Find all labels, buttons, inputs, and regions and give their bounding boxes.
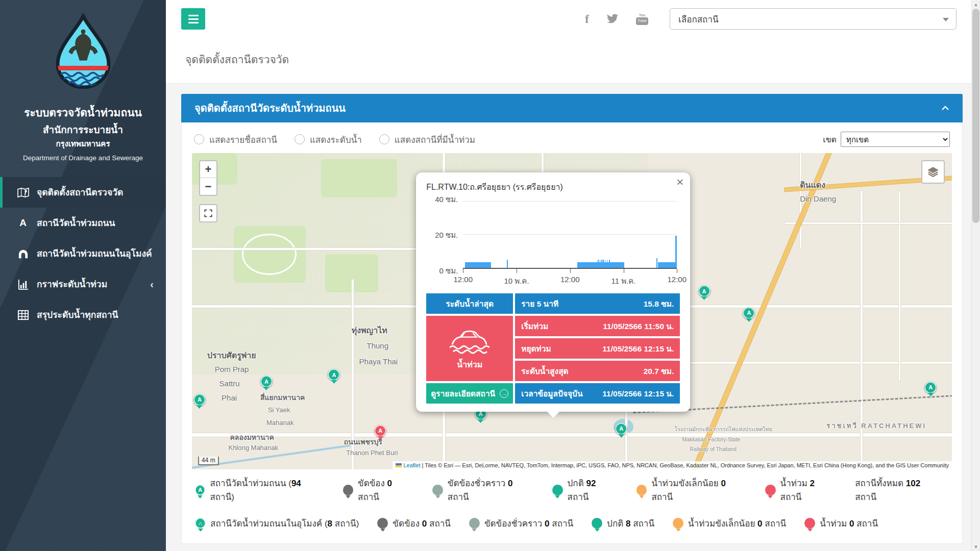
tunnel-icon [15,248,31,260]
sidebar-item[interactable]: สรุประดับน้ำทุกสถานี [0,299,166,330]
legend-item-label: น้ำท่วม 0 สถานี [820,516,878,530]
sidebar-item[interactable]: Aสถานีวัดน้ำท่วมถนน [0,208,166,238]
legend-item-label: น้ำท่วม 2 สถานี [780,476,837,504]
scrollbar-up-arrow[interactable]: ▲ [972,0,980,9]
chart-plot-area [463,202,677,269]
chart-bar [675,236,677,268]
chart-bar [600,260,601,268]
page-heading: จุดติดตั้งสถานีตรวจวัด [166,38,980,84]
popup-row-value: 11/05/2566 11:50 น. [603,320,674,333]
scrollbar-thumb[interactable] [972,9,979,223]
station-marker-red[interactable]: A [375,425,386,437]
radio-option[interactable]: แสดงระดับน้ำ [295,133,362,146]
popup-row-label: หยุดท่วม [521,342,551,355]
popup-data-table: ระดับน้ำล่าสุด น้ำท่วม ดูรายละเอียด [426,293,680,404]
legend-item: น้ำท่วม 2 สถานี [765,476,837,504]
map-park [321,159,397,197]
map[interactable]: ดินแดงDin Daengทุ่งพญาไทThungPhaya Thaiป… [192,153,952,469]
station-marker-green[interactable]: A [328,369,340,381]
legend-item-label: น้ำท่วมขังเล็กน้อย 0 สถานี [651,476,747,504]
station-popup: × FL.RTW.10:ถ.ศรีอยุธยา (รร.ศรีอยุธยา) 0… [416,172,690,412]
legend-pin-icon: A [195,485,205,495]
station-marker-green[interactable]: A [698,285,710,297]
zoom-out-button[interactable]: − [200,178,216,195]
app-subtitle-th: สำนักการระบายน้ำ [0,122,166,138]
legend-item-label: ปกติ 92 สถานี [568,476,618,504]
radio-circle-icon[interactable] [295,134,305,144]
map-icon [15,187,31,198]
leaflet-link[interactable]: Leaflet [403,462,420,468]
menu-toggle-button[interactable] [181,8,205,30]
sidebar-item[interactable]: สถานีวัดน้ำท่วมถนนในอุโมงค์ [0,238,166,269]
station-marker-green[interactable]: A [743,307,755,319]
sidebar-menu: จุดติดตั้งสถานีตรวจวัดAสถานีวัดน้ำท่วมถน… [0,177,166,330]
legend-item: ∩สถานีวัดน้ำท่วมถนนในอุโมงค์ (8 สถานี) [195,516,359,530]
scrollbar-down-arrow[interactable]: ▼ [972,542,980,551]
chevron-down-icon [943,18,949,21]
road-station-icon: A [15,217,31,229]
sidebar-item-label: สถานีวัดน้ำท่วมถนน [37,216,159,230]
collapse-chevron-up-icon[interactable] [941,104,949,113]
legend-item-label: ขัดข้องชั่วคราว 0 สถานี [448,476,534,504]
map-place-label: Makkasan Factory-State [682,436,740,442]
legend-item: ขัดข้อง 0 สถานี [343,476,414,504]
chart-x-tick-mark [570,269,571,273]
district-select[interactable]: ทุกเขต [841,132,950,147]
radio-circle-icon[interactable] [379,134,389,144]
station-marker-green[interactable]: A [925,382,937,393]
station-marker-green[interactable]: A [193,394,205,406]
legend-item-label: สถานีวัดน้ำท่วมถนนในอุโมงค์ (8 สถานี) [210,516,359,530]
map-place-label: คลองมหานาค [230,432,274,443]
popup-row-label: เวลาข้อมูลปัจจุบัน [521,387,582,400]
map-place-label: ถนนเพชรบุรี [344,436,382,447]
chart-bar [601,260,602,268]
legend-item: Aสถานีวัดน้ำท่วมถนน (94 สถานี) [195,476,325,504]
station-select[interactable]: เลือกสถานี [670,8,957,30]
fullscreen-button[interactable] [199,204,217,222]
app-dept-en: Department of Drainage and Sewerage [0,153,166,164]
map-place-label: Railway of Thailand [690,446,736,452]
legend-item-label: ขัดข้อง 0 สถานี [358,476,414,504]
station-marker-green[interactable]: A [616,423,627,435]
legend-item: น้ำท่วมขังเล็กน้อย 0 สถานี [673,516,786,530]
youtube-icon[interactable]: You Tube [636,13,648,25]
page-scrollbar[interactable]: ▲ ▼ [971,0,980,551]
popup-station-title: FL.RTW.10:ถ.ศรีอยุธยา (รร.ศรีอยุธยา) [426,181,680,193]
radio-option[interactable]: แสดงรายชื่อสถานี [194,133,277,146]
legend-item-label: น้ำท่วมขังเล็กน้อย 0 สถานี [688,516,786,530]
map-place-label: Khlong Mahanak [228,444,278,452]
radio-option[interactable]: แสดงสถานีที่มีน้ำท่วม [379,133,475,146]
map-place-label: Phai [222,393,237,402]
sidebar-item-label: สรุประดับน้ำทุกสถานี [37,308,159,322]
facebook-icon[interactable]: f [585,12,589,26]
chart-gridline [463,201,677,202]
sidebar-item[interactable]: กราฟระดับน้ำท่วม‹ [0,269,166,299]
map-road [785,222,952,224]
chart-x-tick-label: 12:00 [453,275,473,284]
chart-y-axis: 0 ซม.20 ซม.40 ซม. [426,202,458,273]
ukraine-flag-icon [396,463,402,467]
radio-circle-icon[interactable] [194,134,204,144]
chart-x-tick-mark [517,269,517,273]
filter-row: แสดงรายชื่อสถานีแสดงระดับน้ำแสดงสถานีที่… [192,129,952,152]
station-detail-button[interactable]: ดูรายละเอียดสถานี → [426,383,513,404]
close-icon[interactable]: × [676,176,683,188]
map-place-label: Thanon Phet Buri [346,449,398,457]
chart-bar [465,262,491,268]
zoom-in-button[interactable]: + [200,161,216,178]
chart-icon [15,279,31,290]
map-place-label: Sattru [219,379,240,388]
latest-level-header: ระดับน้ำล่าสุด [426,293,513,314]
zoom-control: + − [199,160,217,196]
twitter-icon[interactable] [606,14,619,24]
station-marker-green[interactable]: A [260,375,272,387]
legend-item-label: ปกติ 8 สถานี [607,516,654,530]
legend-pin-icon [432,485,443,495]
layers-control-button[interactable] [921,160,945,184]
chart-x-tick-label: 12:00 [560,275,580,284]
sidebar-item[interactable]: จุดติดตั้งสถานีตรวจวัด [0,177,166,208]
map-attribution: Leaflet | Tiles © Esri — Esri, DeLorme, … [393,461,952,469]
legend-pin-icon [804,518,815,529]
popup-row-label: ราย 5 นาที [521,297,558,310]
flood-status-label: น้ำท่วม [457,358,482,371]
